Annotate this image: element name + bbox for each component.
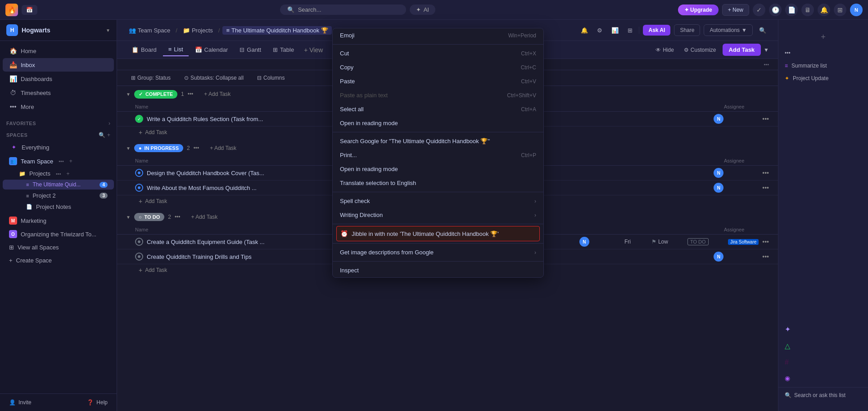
teamspace-dots[interactable]: ••• <box>59 158 64 164</box>
todo-toggle[interactable]: ▼ <box>126 215 131 220</box>
user-avatar[interactable]: N <box>850 4 863 16</box>
inprogress-toggle[interactable]: ▼ <box>126 146 131 151</box>
sidebar-item-projects[interactable]: 📁 Projects ••• + <box>3 168 114 179</box>
breadcrumb-projects[interactable]: 📁 Projects <box>180 26 216 35</box>
add-task-chevron[interactable]: ▼ <box>764 47 769 53</box>
workspace-header[interactable]: H Hogwarts ▼ <box>0 20 117 41</box>
upgrade-button[interactable]: ✦ Upgrade <box>678 5 719 15</box>
rfp-clickup-circle[interactable]: ◉ <box>778 372 868 384</box>
sidebar-item-createspace[interactable]: + Create Space <box>3 254 114 266</box>
rfp-plus-icon[interactable]: + <box>778 28 868 46</box>
bc-icon-4[interactable]: ⊞ <box>625 26 635 35</box>
complete-add[interactable]: + Add Task <box>200 90 234 99</box>
inprogress-dots[interactable]: ••• <box>194 145 199 151</box>
app-logo[interactable]: 🔥 <box>5 4 18 16</box>
cm-cut[interactable]: Cut Ctrl+X <box>333 46 543 60</box>
help-button[interactable]: ❓ Help <box>84 397 110 407</box>
bell-icon[interactable]: 🔔 <box>818 4 830 16</box>
sidebar-item-organizing[interactable]: O Organizing the Triwizard To... <box>3 228 114 240</box>
cm-image-desc[interactable]: Get image descriptions from Google › <box>333 245 543 259</box>
bc-icon-3[interactable]: 📊 <box>609 26 621 35</box>
hide-button[interactable]: 👁 Hide <box>652 45 678 55</box>
cm-spell-check[interactable]: Spell check › <box>333 194 543 208</box>
cm-print[interactable]: Print... Ctrl+P <box>333 148 543 162</box>
projects-dots[interactable]: ••• <box>56 171 61 176</box>
cm-jibble[interactable]: ⏰ Jibble in with note 'The Ultimate Quid… <box>336 226 540 241</box>
rfp-summarize[interactable]: ≡ Summarize list <box>778 60 868 72</box>
teamspace-add[interactable]: + <box>69 158 72 164</box>
sidebar-item-inbox[interactable]: 📥 Inbox <box>3 58 114 72</box>
spaces-add[interactable]: + <box>107 132 110 138</box>
doc-icon[interactable]: 📄 <box>785 4 798 16</box>
screen-icon[interactable]: 🖥 <box>801 4 814 16</box>
cm-reading-mode-1[interactable]: Open in reading mode <box>333 116 543 130</box>
breadcrumb-current[interactable]: ≡ The Ultimate Quidditch Handbook 🏆 <box>222 26 331 35</box>
check-icon[interactable]: ✓ <box>753 4 765 16</box>
sidebar-item-home[interactable]: 🏠 Home <box>3 44 114 58</box>
sidebar-item-viewall[interactable]: ⊞ View all Spaces <box>3 241 114 253</box>
cm-search-google[interactable]: Search Google for "The Ultimate Quidditc… <box>333 134 543 148</box>
bc-search-icon[interactable]: 🔍 <box>756 26 769 35</box>
sidebar-item-timesheets[interactable]: ⏱ Timesheets <box>3 86 114 99</box>
task-dots-3[interactable]: ••• <box>762 184 769 191</box>
cm-copy[interactable]: Copy Ctrl+C <box>333 60 543 74</box>
sidebar-item-projectnotes[interactable]: 📄 Project Notes <box>3 202 114 212</box>
add-view-button[interactable]: + View <box>300 44 326 56</box>
cm-select-all[interactable]: Select all Ctrl+A <box>333 102 543 116</box>
favorites-chevron[interactable]: › <box>108 120 110 126</box>
new-button[interactable]: + New <box>722 4 749 16</box>
sidebar-item-quidditch[interactable]: ≡ The Ultimate Quid... 4 <box>3 180 114 190</box>
cm-translate[interactable]: Translate selection to English <box>333 176 543 190</box>
col-more-dots[interactable]: ••• <box>764 62 769 67</box>
global-search[interactable]: 🔍 Search... <box>280 5 406 15</box>
rfp-search[interactable]: 🔍 Search or ask this list <box>778 387 868 403</box>
tab-calendar[interactable]: 📅 Calendar <box>190 44 234 56</box>
sidebar-item-everything[interactable]: ✦ Everything <box>3 140 114 154</box>
clock-icon[interactable]: 🕐 <box>769 4 782 16</box>
rfp-dots[interactable]: ••• <box>778 47 868 59</box>
columns-filter[interactable]: ⊟ Columns <box>252 73 289 83</box>
invite-button[interactable]: 👤 Invite <box>6 397 34 407</box>
todo-add[interactable]: + Add Task <box>188 212 222 221</box>
bc-icon-1[interactable]: 🔔 <box>578 26 591 35</box>
ai-button[interactable]: ✦ AI <box>410 5 435 15</box>
cm-reading-mode-2[interactable]: Open in reading mode <box>333 162 543 176</box>
cm-inspect[interactable]: Inspect <box>333 263 543 277</box>
task-dots-5[interactable]: ••• <box>762 253 769 260</box>
tab-table[interactable]: ⊞ Table <box>267 44 299 56</box>
cm-writing-dir[interactable]: Writing Direction › <box>333 208 543 222</box>
group-filter[interactable]: ⊞ Group: Status <box>126 73 176 83</box>
tab-list[interactable]: ≡ List <box>163 43 189 56</box>
customize-button[interactable]: ⚙ Customize <box>680 45 720 55</box>
task-dots-2[interactable]: ••• <box>762 169 769 176</box>
add-task-button[interactable]: Add Task <box>723 44 761 56</box>
sidebar-item-marketing[interactable]: M Marketing <box>3 214 114 227</box>
task-dots-1[interactable]: ••• <box>762 115 769 122</box>
cm-paste[interactable]: Paste Ctrl+V <box>333 74 543 88</box>
sidebar-item-teamspace[interactable]: 👥 Team Space ••• + <box>3 155 114 167</box>
bc-icon-2[interactable]: ⚙ <box>594 26 605 35</box>
sidebar-item-dashboards[interactable]: 📊 Dashboards <box>3 72 114 86</box>
ask-ai-button[interactable]: Ask AI <box>643 25 670 36</box>
automations-button[interactable]: Automations ▼ <box>704 24 753 36</box>
share-button[interactable]: Share <box>674 24 700 36</box>
grid-icon[interactable]: ⊞ <box>834 4 846 16</box>
tab-gantt[interactable]: ⊟ Gantt <box>234 44 267 56</box>
rfp-slack[interactable]: # <box>778 356 868 369</box>
breadcrumb-teamspace[interactable]: 👥 Team Space <box>126 26 173 35</box>
complete-dots[interactable]: ••• <box>188 91 194 97</box>
calendar-button[interactable]: 📅 <box>22 5 37 15</box>
inprogress-add[interactable]: + Add Task <box>206 144 240 153</box>
spaces-search[interactable]: 🔍 <box>99 132 105 138</box>
rfp-figma[interactable]: ✦ <box>778 322 868 336</box>
cm-emoji[interactable]: Emoji Win+Period <box>333 28 543 42</box>
tab-board[interactable]: 📋 Board <box>126 44 162 56</box>
projects-add[interactable]: + <box>67 171 70 177</box>
task-dots-4[interactable]: ••• <box>762 238 769 245</box>
subtasks-filter[interactable]: ⊙ Subtasks: Collapse all <box>179 73 249 83</box>
rfp-project-update[interactable]: ✦ Project Update <box>778 72 868 84</box>
sidebar-item-more[interactable]: ••• More <box>3 100 114 113</box>
complete-toggle[interactable]: ▼ <box>126 92 131 97</box>
sidebar-item-project2[interactable]: ≡ Project 2 3 <box>3 190 114 201</box>
todo-dots[interactable]: ••• <box>175 214 181 220</box>
